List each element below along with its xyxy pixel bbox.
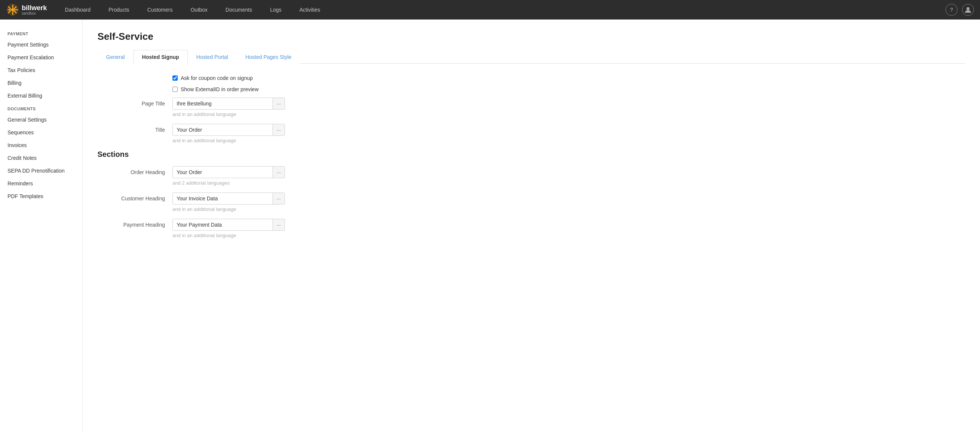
title-expand-btn[interactable]: ···	[272, 124, 285, 136]
sections-heading: Sections	[97, 150, 360, 159]
nav-outbox[interactable]: Outbox	[181, 0, 216, 19]
customer-heading-input[interactable]	[173, 193, 272, 204]
tab-general[interactable]: General	[97, 50, 134, 64]
checkbox-coupon-row: Ask for coupon code on signup	[172, 75, 360, 81]
order-heading-additional-lang: and 2 additonal languages	[172, 180, 360, 186]
payment-heading-label: Payment Heading	[97, 219, 172, 228]
payment-heading-expand-btn[interactable]: ···	[272, 219, 285, 230]
customer-heading-input-wrap: ··· and in an additional language	[172, 192, 360, 212]
tab-hosted-signup[interactable]: Hosted Signup	[134, 50, 188, 64]
payment-heading-field-row: Payment Heading ··· and in an additional…	[97, 219, 360, 238]
title-input-wrap: ··· and in an additional language	[172, 124, 360, 143]
sidebar-section-documents: DOCUMENTS	[0, 102, 82, 113]
top-nav: billwerk sandbox Dashboard Products Cust…	[0, 0, 980, 19]
page-title-input[interactable]	[173, 98, 272, 109]
layout: PAYMENT Payment Settings Payment Escalat…	[0, 19, 980, 433]
main-content: Self-Service General Hosted Signup Hoste…	[83, 19, 980, 433]
coupon-label[interactable]: Ask for coupon code on signup	[181, 75, 253, 81]
sidebar-item-payment-settings[interactable]: Payment Settings	[0, 38, 82, 51]
page-title-input-wrap: ··· and in an additional language	[172, 97, 360, 117]
svg-rect-5	[14, 10, 18, 11]
svg-rect-2	[13, 5, 13, 8]
billwerk-logo-icon	[6, 3, 19, 16]
user-icon	[965, 6, 971, 13]
order-heading-expand-btn[interactable]: ···	[272, 166, 285, 178]
sidebar-item-payment-escalation[interactable]: Payment Escalation	[0, 51, 82, 64]
nav-documents[interactable]: Documents	[217, 0, 261, 19]
order-heading-input-group: ···	[172, 166, 285, 178]
nav-right: ?	[945, 4, 974, 16]
page-title: Self-Service	[97, 31, 965, 42]
title-input[interactable]	[173, 124, 272, 136]
sidebar: PAYMENT Payment Settings Payment Escalat…	[0, 19, 83, 433]
user-button[interactable]	[962, 4, 974, 16]
payment-heading-additional-lang: and in an additional language	[172, 233, 360, 238]
svg-rect-3	[13, 11, 13, 15]
customer-heading-input-group: ···	[172, 192, 285, 205]
coupon-checkbox[interactable]	[172, 75, 178, 81]
nav-products[interactable]: Products	[100, 0, 138, 19]
page-title-additional-lang: and in an additional language	[172, 112, 360, 117]
customer-heading-label: Customer Heading	[97, 192, 172, 201]
sidebar-item-tax-policies[interactable]: Tax Policies	[0, 64, 82, 77]
sidebar-item-sepa-dd[interactable]: SEPA DD Prenotification	[0, 165, 82, 177]
sidebar-item-external-billing[interactable]: External Billing	[0, 89, 82, 102]
page-title-expand-btn[interactable]: ···	[272, 98, 285, 109]
customer-heading-additional-lang: and in an additional language	[172, 206, 360, 212]
svg-point-10	[967, 7, 969, 10]
page-title-label: Page Title	[97, 97, 172, 107]
page-title-input-group: ···	[172, 97, 285, 110]
payment-heading-input-wrap: ··· and in an additional language	[172, 219, 360, 238]
externalid-label[interactable]: Show ExternalID in order preview	[181, 86, 259, 92]
page-title-field-row: Page Title ··· and in an additional lang…	[97, 97, 360, 117]
svg-rect-4	[8, 10, 11, 11]
logo-area[interactable]: billwerk sandbox	[6, 3, 47, 16]
payment-heading-input[interactable]	[173, 219, 272, 230]
sidebar-item-billing[interactable]: Billing	[0, 77, 82, 89]
sidebar-section-payment: PAYMENT	[0, 27, 82, 38]
sidebar-item-general-settings[interactable]: General Settings	[0, 113, 82, 126]
order-heading-label: Order Heading	[97, 166, 172, 175]
sidebar-item-sequences[interactable]: Sequences	[0, 126, 82, 139]
nav-items: Dashboard Products Customers Outbox Docu…	[56, 0, 945, 19]
logo-brand: billwerk	[22, 5, 47, 11]
order-heading-input-wrap: ··· and 2 additonal languages	[172, 166, 360, 186]
nav-dashboard[interactable]: Dashboard	[56, 0, 100, 19]
title-label: Title	[97, 124, 172, 133]
nav-activities[interactable]: Activities	[291, 0, 329, 19]
sidebar-item-credit-notes[interactable]: Credit Notes	[0, 152, 82, 165]
customer-heading-expand-btn[interactable]: ···	[272, 193, 285, 204]
title-additional-lang: and in an additional language	[172, 138, 360, 143]
order-heading-input[interactable]	[173, 166, 272, 178]
title-field-row: Title ··· and in an additional language	[97, 124, 360, 143]
sidebar-item-pdf-templates[interactable]: PDF Templates	[0, 190, 82, 203]
logo-sub: sandbox	[22, 11, 36, 15]
sidebar-item-invoices[interactable]: Invoices	[0, 139, 82, 152]
customer-heading-field-row: Customer Heading ··· and in an additiona…	[97, 192, 360, 212]
sidebar-item-reminders[interactable]: Reminders	[0, 177, 82, 190]
tab-hosted-pages-style[interactable]: Hosted Pages Style	[237, 50, 300, 64]
logo-text-area: billwerk sandbox	[22, 5, 47, 15]
order-heading-field-row: Order Heading ··· and 2 additonal langua…	[97, 166, 360, 186]
nav-logs[interactable]: Logs	[261, 0, 290, 19]
tabs: General Hosted Signup Hosted Portal Host…	[97, 50, 965, 64]
title-input-group: ···	[172, 124, 285, 136]
help-button[interactable]: ?	[945, 4, 958, 16]
tab-hosted-portal[interactable]: Hosted Portal	[188, 50, 237, 64]
payment-heading-input-group: ···	[172, 219, 285, 231]
checkbox-externalid-row: Show ExternalID in order preview	[172, 86, 360, 92]
externalid-checkbox[interactable]	[172, 87, 178, 92]
nav-customers[interactable]: Customers	[138, 0, 182, 19]
form-area: Ask for coupon code on signup Show Exter…	[97, 75, 360, 238]
